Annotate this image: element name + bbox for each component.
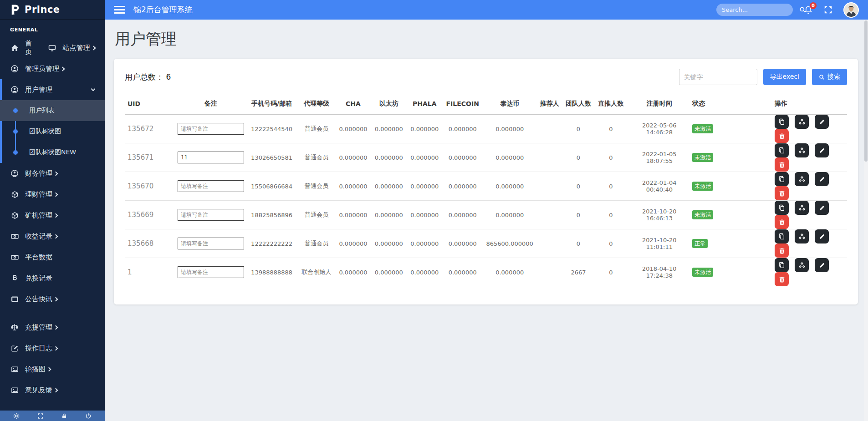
chevron-right-icon [47, 367, 51, 371]
assets-button[interactable] [795, 258, 809, 272]
edit-button[interactable] [815, 229, 829, 243]
sidebar-item-team-tree-new[interactable]: 团队树状图NEW [0, 142, 105, 163]
assets-button[interactable] [795, 172, 809, 186]
notifications-button[interactable]: 0 [804, 5, 813, 15]
menu-toggle-icon[interactable] [114, 4, 125, 15]
status-badge: 正常 [692, 239, 708, 248]
edit-button[interactable] [815, 258, 829, 272]
lock-icon[interactable] [61, 413, 67, 419]
delete-button[interactable] [775, 243, 789, 258]
copy-button[interactable] [775, 172, 789, 186]
chevron-right-icon [54, 171, 58, 176]
expand-icon[interactable] [37, 413, 44, 419]
note-input[interactable] [178, 180, 244, 192]
search-button[interactable]: 搜索 [812, 69, 847, 85]
copy-button[interactable] [775, 229, 789, 243]
assets-button[interactable] [795, 115, 809, 129]
assets-button[interactable] [795, 201, 809, 215]
sidebar-item-site-management[interactable]: 站点管理 [44, 37, 105, 58]
column-header: 泰达币 [483, 100, 537, 115]
copy-icon [778, 233, 785, 240]
delete-button[interactable] [775, 129, 789, 143]
user-avatar[interactable] [843, 2, 859, 18]
column-header: 团队人数 [562, 100, 594, 115]
sidebar-item-label: 收益记录 [25, 232, 52, 241]
copy-button[interactable] [775, 258, 789, 272]
edit-button[interactable] [815, 172, 829, 186]
power-icon[interactable] [85, 413, 92, 419]
topbar-search-input[interactable] [722, 6, 799, 13]
scrollbar-thumb[interactable] [864, 20, 868, 162]
banknote-icon [10, 254, 19, 261]
sidebar-item-announcements[interactable]: 公告快讯 [0, 289, 105, 309]
trash-icon [779, 248, 785, 254]
note-input[interactable] [178, 209, 244, 221]
page-scrollbar[interactable] [864, 20, 868, 421]
column-header: 直推人数 [594, 100, 627, 115]
sidebar-item-income-records[interactable]: 收益记录 [0, 226, 105, 247]
home-icon [10, 44, 19, 52]
note-cell [176, 201, 246, 229]
edit-button[interactable] [815, 115, 829, 129]
note-input[interactable] [178, 152, 244, 163]
delete-button[interactable] [775, 186, 789, 200]
keyword-input[interactable] [679, 69, 757, 85]
copy-icon [778, 147, 785, 154]
note-input[interactable] [178, 266, 244, 278]
sidebar-item-user-management[interactable]: 用户管理 [0, 79, 105, 100]
sidebar-item-wealth-management[interactable]: 理财管理 [0, 184, 105, 205]
sidebar-item-finance-management[interactable]: 财务管理 [0, 163, 105, 184]
user-table-body: 135672 12222544540 普通会员 0.000000 0.00000… [125, 115, 847, 287]
filecoin-balance-cell: 0.000000 [442, 115, 482, 143]
copy-button[interactable] [775, 201, 789, 215]
note-cell [176, 172, 246, 201]
chevron-down-icon [91, 87, 96, 91]
sidebar-item-exchange-records[interactable]: 兑换记录 [0, 268, 105, 289]
copy-button[interactable] [775, 143, 789, 157]
note-input[interactable] [178, 238, 244, 249]
copy-icon [778, 262, 785, 269]
note-input[interactable] [178, 123, 244, 135]
cube-icon [10, 212, 19, 219]
sidebar-item-operation-logs[interactable]: 操作日志 [0, 338, 105, 359]
table-controls: 导出execl 搜索 [679, 69, 847, 85]
eth-balance-cell: 0.000000 [371, 143, 407, 172]
sidebar-item-deposit-withdraw[interactable]: 充提管理 [0, 317, 105, 338]
column-header: 推荐人 [537, 100, 562, 115]
sidebar-item-carousel[interactable]: 轮播图 [0, 359, 105, 380]
sidebar-submenu: 用户列表 团队树状图 团队树状图NEW [0, 100, 105, 163]
sidebar-item-label: 理财管理 [25, 190, 52, 199]
delete-button[interactable] [775, 157, 789, 172]
sidebar-item-miner-management[interactable]: 矿机管理 [0, 205, 105, 226]
register-time-cell: 2021-10-20 11:01:11 [627, 229, 691, 258]
assets-button[interactable] [795, 143, 809, 157]
sidebar-item-label: 首页 [25, 39, 37, 56]
sidebar-item-team-tree[interactable]: 团队树状图 [0, 121, 105, 142]
banknote-icon [10, 233, 19, 240]
sidebar-item-user-list[interactable]: 用户列表 [0, 100, 105, 121]
bitcoin-icon [10, 274, 19, 282]
edit-button[interactable] [815, 143, 829, 157]
fullscreen-button[interactable] [824, 5, 832, 14]
sidebar-item-label: 操作日志 [25, 344, 52, 353]
gear-icon[interactable] [13, 413, 20, 419]
agent-level-cell: 普通会员 [298, 172, 335, 201]
export-excel-button[interactable]: 导出execl [763, 69, 806, 85]
sidebar-item-home[interactable]: 首页 [0, 37, 44, 58]
delete-button[interactable] [775, 215, 789, 229]
sidebar-item-platform-data[interactable]: 平台数据 [0, 247, 105, 268]
pencil-icon [819, 176, 825, 183]
copy-button[interactable] [775, 115, 789, 129]
topbar-search[interactable] [716, 4, 793, 16]
team-count-cell: 2667 [562, 258, 594, 287]
scales-icon [10, 323, 19, 331]
sidebar-item-feedback[interactable]: 意见反馈 [0, 380, 105, 401]
sidebar-item-label: 充提管理 [25, 323, 52, 332]
delete-button[interactable] [775, 272, 789, 286]
sidebar-item-admin-management[interactable]: 管理员管理 [0, 58, 105, 79]
edit-button[interactable] [815, 201, 829, 215]
assets-button[interactable] [795, 229, 809, 243]
usdt-balance-cell: 865600.000000 [483, 229, 537, 258]
referrer-cell [537, 172, 562, 201]
brand-logo[interactable]: Prince [0, 0, 105, 20]
